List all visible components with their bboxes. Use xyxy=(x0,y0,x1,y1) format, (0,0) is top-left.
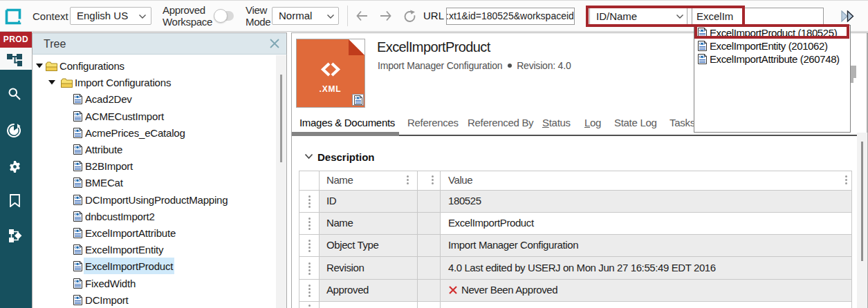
svg-text:.XML: .XML xyxy=(320,84,342,94)
